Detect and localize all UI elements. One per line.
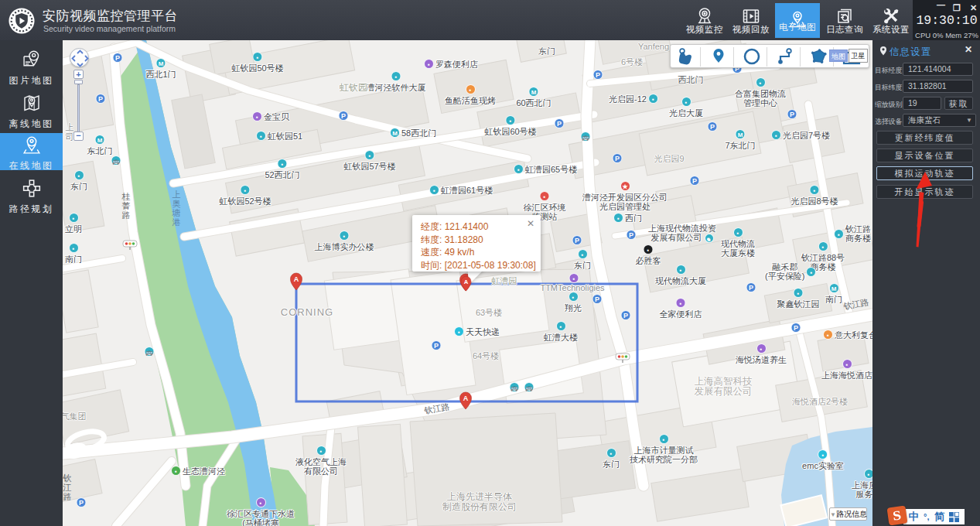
svg-text:A: A [463, 394, 469, 402]
svg-text:A: A [464, 278, 469, 285]
svg-text:A: A [294, 275, 299, 283]
